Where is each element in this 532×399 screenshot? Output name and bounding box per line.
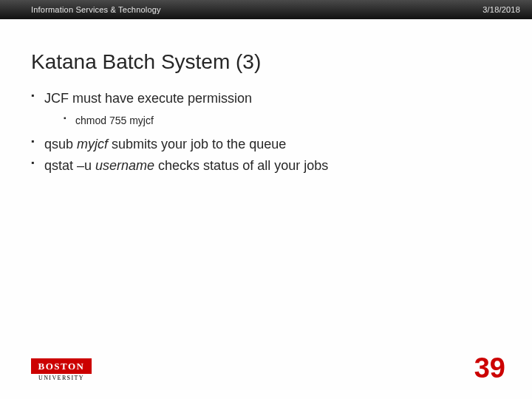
bullet-text: chmod 755 myjcf xyxy=(75,115,154,126)
bullet-text-post: checks status of all your jobs xyxy=(154,158,328,173)
page-number: 39 xyxy=(474,352,505,384)
slide-title: Katana Batch System (3) xyxy=(0,19,532,89)
sub-bullet-list: chmod 755 myjcf xyxy=(44,108,501,133)
logo-bottom-text: UNIVERSITY xyxy=(31,374,92,381)
bullet-text-em: username xyxy=(95,158,154,173)
footer: BOSTON UNIVERSITY 39 xyxy=(0,344,532,381)
slide: Information Services & Technology 3/18/2… xyxy=(0,0,532,399)
bullet-text-pre: qstat –u xyxy=(44,158,95,173)
bullet-text-em: myjcf xyxy=(77,137,108,151)
bullet-text-post: submits your job to the queue xyxy=(108,137,286,151)
bullet-text-pre: qsub xyxy=(44,137,77,151)
list-item: JCF must have execute permission chmod 7… xyxy=(44,89,501,133)
list-item: qstat –u username checks status of all y… xyxy=(44,156,501,175)
list-item: qsub myjcf submits your job to the queue xyxy=(44,134,501,154)
org-name: Information Services & Technology xyxy=(31,0,161,19)
bullet-text: JCF must have execute permission xyxy=(44,91,252,106)
slide-date: 3/18/2018 xyxy=(482,0,520,19)
top-bar: Information Services & Technology 3/18/2… xyxy=(0,0,532,19)
bu-logo: BOSTON UNIVERSITY xyxy=(31,358,92,381)
list-item: chmod 755 myjcf xyxy=(75,112,501,129)
bullet-list: JCF must have execute permission chmod 7… xyxy=(0,89,532,175)
logo-top-text: BOSTON xyxy=(31,358,92,374)
